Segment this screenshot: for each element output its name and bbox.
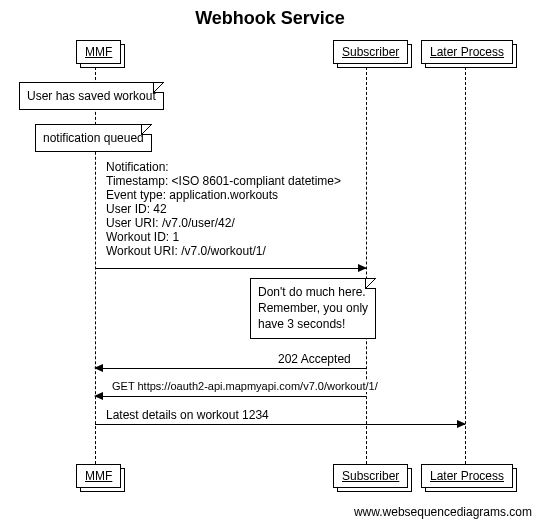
diagram-title: Webhook Service bbox=[0, 0, 540, 29]
msg-get-label: GET https://oauth2-api.mapmyapi.com/v7.0… bbox=[110, 380, 380, 392]
lifeline-mmf bbox=[95, 62, 96, 464]
note-warning: Don't do much here. Remember, you only h… bbox=[250, 278, 376, 339]
actor-subscriber-bottom: Subscriber bbox=[333, 464, 408, 488]
msg-notification-arrow bbox=[95, 268, 366, 269]
lifeline-subscriber bbox=[366, 62, 367, 464]
note-queued: notification queued bbox=[35, 124, 152, 152]
actor-later-top: Later Process bbox=[421, 40, 513, 64]
msg-latest-label: Latest details on workout 1234 bbox=[104, 408, 271, 422]
msg-accepted-arrow bbox=[95, 368, 366, 369]
msg-get-arrow bbox=[95, 396, 366, 397]
msg-accepted-label: 202 Accepted bbox=[276, 352, 353, 366]
note-saved-workout: User has saved workout bbox=[19, 82, 164, 110]
actor-mmf-top: MMF bbox=[76, 40, 121, 64]
actor-mmf-bottom: MMF bbox=[76, 464, 121, 488]
lifeline-later bbox=[465, 62, 466, 464]
msg-notification-label: Notification: Timestamp: <ISO 8601-compl… bbox=[104, 160, 343, 258]
actor-subscriber-top: Subscriber bbox=[333, 40, 408, 64]
msg-latest-arrow bbox=[95, 424, 465, 425]
actor-later-bottom: Later Process bbox=[421, 464, 513, 488]
attribution-text: www.websequencediagrams.com bbox=[354, 505, 532, 519]
